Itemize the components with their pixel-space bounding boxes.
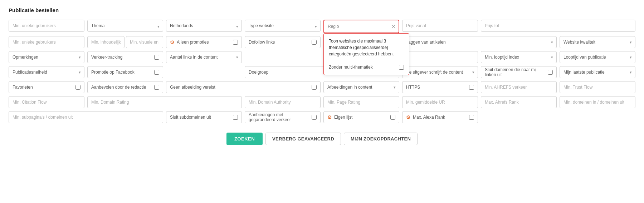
verkeer-tracking-checkbox[interactable]	[154, 55, 159, 60]
min-trust-flow-input[interactable]	[560, 81, 635, 93]
aanbiedingen-checkbox[interactable]	[312, 115, 317, 120]
website-kwaliteit-cell: Website kwaliteit	[560, 36, 635, 48]
dofollow-cell: Dofollow links	[245, 36, 321, 48]
min-unieke-cell	[9, 36, 84, 48]
search-button[interactable]: ZOEKEN	[226, 133, 263, 145]
opmerkingen-select[interactable]: Opmerkingen	[9, 51, 84, 63]
publicatiesnelheid-select[interactable]: Publicatiesnelheid	[9, 66, 84, 78]
afbeeldingen-select[interactable]: Afbeeldingen in content	[323, 81, 399, 93]
regio-clear-icon[interactable]: ✕	[391, 24, 396, 29]
sluit-domeinen-checkbox[interactable]	[548, 70, 553, 75]
min-subpaginas-input[interactable]	[9, 111, 163, 123]
prijs-tot-cell	[481, 20, 635, 33]
promotie-facebook-checkbox[interactable]	[154, 70, 159, 75]
promotie-facebook-cell: Promotie op Facebook	[87, 66, 163, 78]
max-alexa-rank-warning-icon: ⚙	[406, 114, 411, 120]
aantal-links-cell: Aantal links in de content	[166, 51, 242, 63]
aanbevolen-cell: Aanbevolen door de redactie	[87, 81, 163, 93]
alleen-promoties-label: Alleen promoties	[177, 40, 231, 45]
geen-afbeelding-cell: Geen afbeelding vereist	[166, 81, 321, 93]
taggen-select[interactable]: Taggen van artikelen	[402, 36, 557, 48]
verkeer-tracking-label: Verkeer-tracking	[91, 55, 152, 60]
min-visuele-input[interactable]	[126, 36, 163, 48]
max-alexa-rank-label: Max. Alexa Rank	[413, 115, 467, 120]
dofollow-label: Dofollow links	[249, 40, 309, 45]
zonder-multi-thematiek-checkbox[interactable]	[399, 65, 404, 70]
min-looptijd-cell: Min. looptijd index	[481, 51, 557, 63]
min-unieke-input[interactable]	[9, 36, 84, 48]
min-page-rating-cell	[323, 96, 399, 108]
thema-cell: Thema	[87, 20, 163, 33]
mijn-laatste-cell: Mijn laatste publicatie	[560, 66, 635, 78]
type-website-select[interactable]: Type website	[245, 20, 321, 32]
sluit-subdomeinen-checkbox[interactable]	[233, 115, 238, 120]
regio-input[interactable]	[324, 20, 399, 33]
eigen-lijst-cell: ⚙ Eigen lijst	[323, 111, 399, 123]
max-ahrefs-rank-input[interactable]	[481, 96, 557, 108]
mijn-laatste-select[interactable]: Mijn laatste publicatie	[560, 66, 635, 78]
netherlands-cell: Netherlands	[166, 20, 242, 33]
de-uitgever-cell: De uitgever schrijft de content	[402, 66, 478, 78]
looptijd-publicatie-select[interactable]: Looptijd van publicatie	[560, 51, 635, 63]
publicatiesnelheid-cell: Publicatiesnelheid	[9, 66, 84, 78]
taggen-cell: Taggen van artikelen	[402, 36, 557, 48]
favorieten-checkbox[interactable]	[75, 85, 80, 90]
sluit-subdomeinen-cell: Sluit subdomeinen uit	[166, 111, 242, 123]
page-title: Publicatie bestellen	[9, 7, 635, 13]
min-domain-authority-cell	[245, 96, 321, 108]
min-domeinen-input[interactable]	[560, 96, 635, 108]
min-inhoudelijke-visuele-cell	[87, 36, 163, 48]
min-citation-flow-input[interactable]	[9, 96, 84, 108]
min-subpaginas-cell	[9, 111, 163, 123]
min-gemiddelde-ur-cell	[402, 96, 478, 108]
sluit-subdomeinen-label: Sluit subdomeinen uit	[170, 115, 231, 120]
opmerkingen-cell: Opmerkingen	[9, 51, 84, 63]
hide-advanced-button[interactable]: VERBERG GEAVANCEERD	[265, 133, 341, 145]
eigen-lijst-label: Eigen lijst	[334, 115, 388, 120]
max-alexa-rank-checkbox[interactable]	[469, 115, 474, 120]
min-domain-rating-input[interactable]	[87, 96, 242, 108]
prijs-tot-input[interactable]	[481, 20, 635, 32]
de-uitgever-select[interactable]: De uitgever schrijft de content	[402, 66, 478, 78]
aantal-links-select[interactable]: Aantal links in de content	[166, 51, 242, 63]
my-searches-button[interactable]: MIJN ZOEKOPDRACHTEN	[344, 133, 418, 145]
alleen-promoties-checkbox[interactable]	[233, 40, 238, 45]
min-domeinen-cell	[560, 96, 635, 108]
min-ahrefs-input[interactable]	[481, 81, 557, 93]
min-ahrefs-cell	[481, 81, 557, 93]
aanbiedingen-label: Aanbiedingen met gegarandeerd verkeer	[249, 112, 309, 122]
type-website-cell: Type website	[245, 20, 321, 33]
zoekterm-cell	[9, 20, 84, 33]
regio-cell: ✕ Toon websites die maximaal 3 thematisc…	[323, 20, 399, 33]
zoekterm-input[interactable]	[9, 20, 84, 32]
https-label: HTTPS	[406, 85, 467, 90]
promotie-facebook-label: Promotie op Facebook	[91, 70, 152, 75]
sluit-domeinen-cell: Sluit domeinen die naar mij linken uit	[481, 66, 557, 78]
regio-wrap: ✕	[323, 20, 399, 33]
min-domain-authority-input[interactable]	[245, 96, 321, 108]
favorieten-label: Favorieten	[13, 85, 73, 90]
min-citation-flow-cell	[9, 96, 84, 108]
min-looptijd-select[interactable]: Min. looptijd index	[481, 51, 557, 63]
regio-tooltip: Toon websites die maximaal 3 thematische…	[323, 33, 409, 75]
eigen-lijst-checkbox[interactable]	[390, 115, 395, 120]
min-gemiddelde-ur-input[interactable]	[402, 96, 478, 108]
geen-afbeelding-checkbox[interactable]	[312, 85, 317, 90]
aanbevolen-checkbox[interactable]	[154, 85, 159, 90]
prijs-vanaf-input[interactable]	[402, 20, 478, 32]
tooltip-bottom: Zonder multi-thematiek	[329, 61, 404, 70]
website-kwaliteit-select[interactable]: Website kwaliteit	[560, 36, 635, 48]
netherlands-select[interactable]: Netherlands	[166, 20, 242, 32]
verkeer-tracking-cell: Verkeer-tracking	[87, 51, 163, 63]
favorieten-cell: Favorieten	[9, 81, 84, 93]
min-page-rating-input[interactable]	[323, 96, 399, 108]
max-alexa-rank-cell: ⚙ Max. Alexa Rank	[402, 111, 478, 123]
sluit-domeinen-label: Sluit domeinen die naar mij linken uit	[485, 67, 546, 77]
min-inhoudelijke-input[interactable]	[87, 36, 125, 48]
eigen-lijst-warning-icon: ⚙	[327, 114, 332, 120]
dofollow-checkbox[interactable]	[312, 40, 317, 45]
buttons-row: ZOEKEN VERBERG GEAVANCEERD MIJN ZOEKOPDR…	[9, 133, 635, 145]
tooltip-checkbox-label: Zonder multi-thematiek	[329, 64, 396, 70]
thema-select[interactable]: Thema	[87, 20, 163, 32]
https-checkbox[interactable]	[469, 85, 474, 90]
